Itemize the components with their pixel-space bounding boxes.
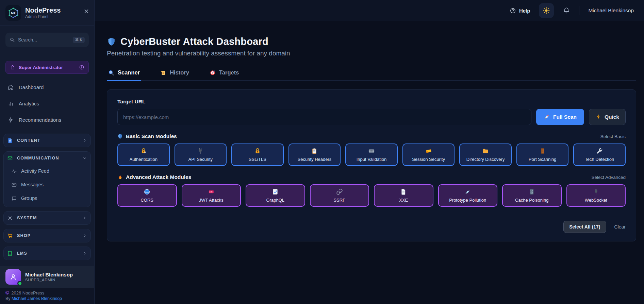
url-row: Full Scan Quick — [117, 109, 626, 125]
tab-scanner[interactable]: Scanner — [107, 69, 141, 80]
module-label: Prototype Pollution — [449, 198, 486, 203]
target-icon — [210, 70, 216, 76]
select-basic-button[interactable]: Select Basic — [600, 134, 626, 139]
basic-modules-title: Basic Scan Modules — [126, 133, 177, 139]
sidebar-groups: CONTENTCOMMUNICATIONActivity FeedMessage… — [3, 134, 91, 260]
sidebar-group-header-shop[interactable]: SHOP — [7, 229, 87, 242]
sidebar-item-label: Analytics — [19, 101, 39, 106]
module-xxe[interactable]: XXE — [374, 184, 433, 207]
module-label: Cache Poisoning — [515, 198, 548, 203]
module-label: Input Validation — [357, 157, 387, 162]
sidebar-item-dashboard[interactable]: Dashboard — [5, 81, 89, 93]
module-websocket[interactable]: WebSocket — [566, 184, 626, 207]
full-scan-button[interactable]: Full Scan — [536, 109, 584, 125]
tab-label: Targets — [219, 69, 239, 76]
module-api-security[interactable]: API Security — [175, 143, 227, 166]
sidebar-group-header-lms[interactable]: LMS — [7, 247, 87, 260]
search-shortcut-badge: ⌘ K — [73, 37, 85, 43]
target-url-label: Target URL — [117, 99, 626, 105]
sidebar-group-header-system[interactable]: SYSTEM — [7, 212, 87, 224]
module-ssl-tls[interactable]: SSL/TLS — [231, 143, 284, 166]
bolt-icon — [7, 117, 14, 123]
sidebar-group-content: CONTENT — [3, 134, 91, 147]
advanced-modules-title: Advanced Attack Modules — [126, 174, 191, 180]
scanner-panel: Target URL Full Scan Quick — [107, 89, 636, 241]
module-label: GraphQL — [266, 198, 284, 203]
folder-icon — [482, 148, 489, 154]
module-label: Tech Detection — [585, 157, 614, 162]
sidebar-item-groups[interactable]: Groups — [11, 192, 87, 204]
sidebar-item-label: Activity Feed — [21, 168, 49, 174]
module-cache-poisoning[interactable]: Cache Poisoning — [502, 184, 562, 207]
sidebar-group-system: SYSTEM — [3, 211, 91, 225]
pulse-icon — [11, 168, 17, 174]
sidebar-item-activity-feed[interactable]: Activity Feed — [11, 165, 87, 177]
clear-button[interactable]: Clear — [614, 224, 626, 230]
main-column: Help Michael Blenkinsop CyberBuster Atta… — [95, 0, 644, 304]
byline-author-link[interactable]: Michael James Blenkinsop — [12, 296, 62, 301]
module-label: SSRF — [333, 198, 345, 203]
module-ssrf[interactable]: SSRF — [310, 184, 369, 207]
module-directory-discovery[interactable]: Directory Discovery — [459, 143, 512, 166]
close-icon — [83, 8, 89, 14]
notifications-button[interactable] — [563, 7, 570, 14]
sidebar-item-label: Groups — [21, 196, 37, 201]
mail-icon — [7, 155, 13, 161]
module-graphql[interactable]: GraphQL — [246, 184, 305, 207]
page-title: CyberBuster Attack Dashboard — [120, 36, 268, 47]
help-button[interactable]: Help — [510, 7, 530, 14]
brand-name: NodePress — [25, 6, 61, 14]
sidebar-item-messages[interactable]: Messages — [11, 179, 87, 190]
search-input[interactable] — [18, 37, 70, 43]
full-scan-label: Full Scan — [553, 114, 577, 120]
module-label: JWT Attacks — [199, 198, 224, 203]
sidebar: NP NodePress Admin Panel ⌘ K Super Admin… — [0, 0, 95, 304]
close-sidebar-button[interactable] — [83, 8, 89, 15]
module-port-scanning[interactable]: Port Scanning — [516, 143, 569, 166]
module-tech-detection[interactable]: Tech Detection — [573, 143, 626, 166]
module-prototype-pollution[interactable]: Prototype Pollution — [438, 184, 498, 207]
module-input-validation[interactable]: Input Validation — [345, 143, 398, 166]
sidebar-divider — [0, 52, 94, 52]
module-label: Port Scanning — [529, 157, 557, 162]
syringe-icon — [464, 188, 471, 195]
module-jwt-attacks[interactable]: JWT Attacks — [182, 184, 241, 207]
module-authentication[interactable]: Authentication — [117, 143, 170, 166]
ticket-gold-icon — [425, 148, 432, 154]
theme-toggle-button[interactable] — [539, 3, 554, 18]
tab-targets[interactable]: Targets — [208, 69, 240, 80]
wrench-icon — [596, 148, 603, 154]
select-all-button[interactable]: Select All (17) — [563, 221, 606, 233]
sidebar-group-header-content[interactable]: CONTENT — [7, 134, 87, 147]
module-security-headers[interactable]: Security Headers — [288, 143, 341, 166]
door-icon — [539, 148, 546, 154]
info-icon[interactable] — [79, 65, 84, 70]
target-url-input[interactable] — [117, 109, 531, 125]
shield-icon — [117, 134, 123, 139]
topbar-divider — [579, 6, 579, 15]
home-icon — [7, 84, 14, 90]
basic-modules-header: Basic Scan Modules Select Basic — [117, 133, 626, 139]
select-advanced-button[interactable]: Select Advanced — [591, 175, 626, 180]
chat-icon — [11, 196, 17, 201]
person-icon — [9, 273, 17, 281]
module-session-security[interactable]: Session Security — [402, 143, 455, 166]
sidebar-group-header-communication[interactable]: COMMUNICATION — [7, 152, 87, 165]
byline-prefix: By — [5, 296, 11, 301]
magnifier-icon — [108, 70, 114, 76]
module-cors[interactable]: CORS — [117, 184, 177, 207]
advanced-modules-grid: CORSJWT AttacksGraphQLSSRFXXEPrototype P… — [117, 184, 626, 207]
user-info: Michael Blenkinsop SUPER_ADMIN — [25, 272, 73, 282]
sidebar-item-analytics[interactable]: Analytics — [5, 98, 89, 109]
sidebar-group-label: SYSTEM — [17, 216, 37, 220]
sidebar-item-label: Messages — [21, 182, 44, 187]
tab-label: History — [170, 69, 189, 76]
sidebar-group-children: Activity FeedMessagesGroups — [7, 165, 87, 207]
quick-scan-button[interactable]: Quick — [589, 109, 626, 125]
lock-gold-icon — [254, 148, 261, 154]
tab-history[interactable]: History — [159, 69, 191, 80]
role-badge-super-administrator[interactable]: Super Administrator — [5, 61, 89, 74]
sidebar-user-card[interactable]: Michael Blenkinsop SUPER_ADMIN — [0, 266, 94, 288]
topbar-user-name[interactable]: Michael Blenkinsop — [588, 7, 634, 14]
sidebar-item-recommendations[interactable]: Recommendations — [5, 114, 89, 125]
